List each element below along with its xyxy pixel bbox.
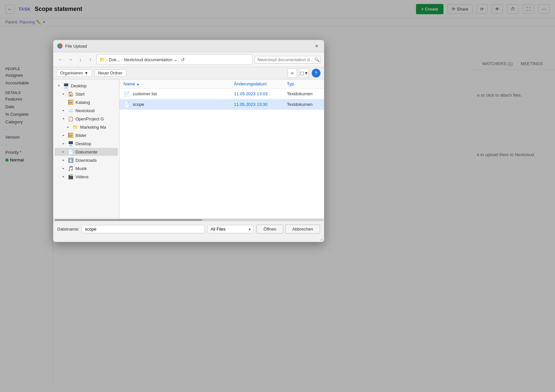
organize-button[interactable]: Organisieren ▼ — [57, 69, 92, 77]
desktop2-icon: 🖥️ — [68, 141, 73, 146]
path-refresh-button[interactable]: ↺ — [179, 56, 187, 64]
sidebar-item-dokumente[interactable]: ► 📄 Dokumente — [55, 148, 118, 156]
file-list: Name ▲ Änderungsdatum Typ 📄 customer lis… — [119, 79, 324, 218]
filename-label: Dateiname: — [57, 227, 79, 232]
nav-back-button[interactable]: ← — [57, 56, 65, 64]
bilder-icon: 🖼️ — [68, 133, 73, 138]
expand-arrow-start: ► — [61, 92, 66, 96]
dialog-title: File Upload — [65, 44, 311, 49]
dialog-body: ▼ 🖥️ Desktop ► 🏠 Start ► 🖼️ Katalog — [53, 79, 324, 218]
sidebar-label-downloads: Downloads — [75, 158, 97, 163]
cancel-button[interactable]: Abbrechen — [285, 225, 320, 234]
sidebar-label-nextcloud: Nextcloud — [75, 108, 95, 113]
nav-dropdown-button[interactable]: ↓ — [76, 56, 84, 64]
file-name-customer-list: customer list — [133, 91, 234, 96]
sidebar-item-desktop2[interactable]: ► 🖥️ Desktop — [55, 140, 118, 148]
sidebar-label-openproject: OpenProject G — [75, 116, 104, 121]
help-button[interactable]: ? — [311, 68, 321, 78]
view-dropdown-icon: ▼ — [304, 70, 309, 76]
expand-arrow-bilder: ► — [61, 133, 66, 138]
sidebar-item-openproject[interactable]: ▼ 📋 OpenProject G — [55, 115, 118, 123]
path-separator-1: › — [106, 58, 108, 62]
sidebar-item-downloads[interactable]: ► ⬇️ Downloads — [55, 156, 118, 164]
new-folder-button[interactable]: Neuer Ordner — [95, 69, 126, 77]
file-name-scope: scope — [133, 102, 234, 107]
katalog-icon: 🖼️ — [68, 100, 73, 105]
dialog-sidebar: ▼ 🖥️ Desktop ► 🏠 Start ► 🖼️ Katalog — [53, 79, 119, 218]
file-date-customer-list: 11.05.2023 13:03 — [234, 91, 287, 96]
page-background: ← TASK Scope statement + Create ⟳ Share … — [0, 0, 555, 392]
file-list-header: Name ▲ Änderungsdatum Typ — [119, 79, 324, 89]
filetype-select[interactable]: All Files Text Files PDF Files — [208, 225, 254, 233]
path-segment-1: Dok... — [109, 57, 120, 62]
musik-icon: 🎵 — [68, 166, 73, 171]
sidebar-item-nextcloud[interactable]: ► ☁️ Nextcloud — [55, 107, 118, 114]
sidebar-label-bilder: Bilder — [75, 133, 86, 138]
file-row-customer-list[interactable]: 📄 customer list 11.05.2023 13:03 Textdok… — [119, 89, 324, 99]
view-toggle-button[interactable]: ▢ ▼ — [300, 68, 309, 78]
open-button[interactable]: Öffnen — [256, 225, 283, 234]
col-type-header[interactable]: Typ — [287, 81, 320, 86]
scrollbar-thumb[interactable] — [55, 219, 202, 221]
view-icon: ▢ — [300, 70, 304, 76]
sidebar-label-start: Start — [75, 92, 84, 97]
path-folder-icon: 📁 — [99, 57, 105, 62]
desktop-top-icon: 🖥️ — [63, 83, 69, 88]
breadcrumb-path: 📁 › Dok... › Nextcloud documentation ⌄ ↺ — [96, 54, 253, 65]
path-dropdown-button[interactable]: ⌄ — [174, 57, 177, 62]
sidebar-item-bilder[interactable]: ► 🖼️ Bilder — [55, 131, 118, 139]
sidebar-label-videos: Videos — [75, 174, 89, 179]
sidebar-label-dokumente: Dokumente — [75, 150, 97, 154]
sidebar-item-marketing[interactable]: ► 📁 Marketing Ma — [55, 123, 118, 131]
file-row-scope[interactable]: 📄 scope 11.05.2023 13:30 Textdokumen — [119, 99, 324, 110]
nextcloud-icon: ☁️ — [68, 108, 73, 113]
path-segment-2: Nextcloud documentation — [124, 57, 172, 62]
filetype-select-wrapper: All Files Text Files PDF Files ▼ — [208, 225, 254, 233]
videos-icon: 🎬 — [68, 174, 73, 179]
name-sort-arrow: ▲ — [136, 82, 140, 86]
nav-forward-button[interactable]: → — [67, 56, 74, 64]
file-icon-scope: 📄 — [123, 101, 130, 108]
footer-buttons: Öffnen Abbrechen — [256, 225, 320, 234]
start-icon: 🏠 — [68, 91, 73, 97]
expand-arrow-videos: ► — [61, 174, 66, 179]
dialog-close-button[interactable]: ✕ — [313, 43, 320, 49]
expand-arrow-nextcloud: ► — [61, 108, 66, 113]
downloads-icon: ⬇️ — [68, 157, 73, 163]
path-separator-2: › — [121, 58, 123, 62]
sidebar-item-katalog[interactable]: ► 🖼️ Katalog — [55, 98, 118, 106]
expand-arrow-downloads: ► — [61, 158, 66, 162]
organize-dropdown-icon: ▼ — [84, 71, 88, 75]
sidebar-item-musik[interactable]: ► 🎵 Musik — [55, 164, 118, 172]
marketing-icon: 📁 — [72, 124, 78, 130]
nav-up-button[interactable]: ↑ — [86, 56, 94, 64]
col-name-header[interactable]: Name ▲ — [123, 81, 234, 86]
col-date-header[interactable]: Änderungsdatum — [234, 81, 287, 86]
search-box: 🔍 — [254, 56, 321, 64]
filename-input[interactable] — [82, 225, 205, 233]
file-date-scope: 11.05.2023 13:30 — [234, 102, 287, 107]
sidebar-label-desktop2: Desktop — [75, 141, 91, 146]
file-type-customer-list: Textdokumen — [287, 91, 320, 96]
sidebar-item-videos[interactable]: ► 🎬 Videos — [55, 173, 118, 181]
sidebar-item-start[interactable]: ► 🏠 Start — [55, 90, 118, 98]
file-upload-dialog: File Upload ✕ ← → ↓ ↑ 📁 › Dok... › Nextc… — [53, 40, 324, 242]
expand-arrow-desktop2: ► — [61, 141, 66, 146]
dialog-resize-handle[interactable]: ⊿ — [53, 237, 324, 242]
expand-arrow-openproject: ▼ — [61, 116, 66, 121]
openproject-icon: 📋 — [68, 116, 73, 121]
dialog-toolbar: Organisieren ▼ Neuer Ordner ≡ ▢ ▼ ? — [53, 67, 324, 79]
search-input[interactable] — [257, 57, 313, 62]
dialog-overlay: File Upload ✕ ← → ↓ ↑ 📁 › Dok... › Nextc… — [0, 0, 555, 392]
sidebar-label-katalog: Katalog — [75, 100, 90, 105]
sidebar-label-marketing: Marketing Ma — [80, 125, 106, 130]
expand-arrow-desktop: ▼ — [57, 83, 61, 88]
dokumente-icon: 📄 — [68, 149, 73, 154]
sidebar-label-musik: Musik — [75, 166, 87, 171]
sidebar-item-desktop-top[interactable]: ▼ 🖥️ Desktop — [55, 82, 118, 90]
dialog-footer: Dateiname: All Files Text Files PDF File… — [53, 221, 324, 237]
search-icon: 🔍 — [314, 57, 320, 62]
dialog-navigation: ← → ↓ ↑ 📁 › Dok... › Nextcloud documenta… — [53, 52, 324, 67]
view-list-button[interactable]: ≡ — [288, 68, 297, 78]
horizontal-scrollbar[interactable] — [53, 218, 324, 221]
